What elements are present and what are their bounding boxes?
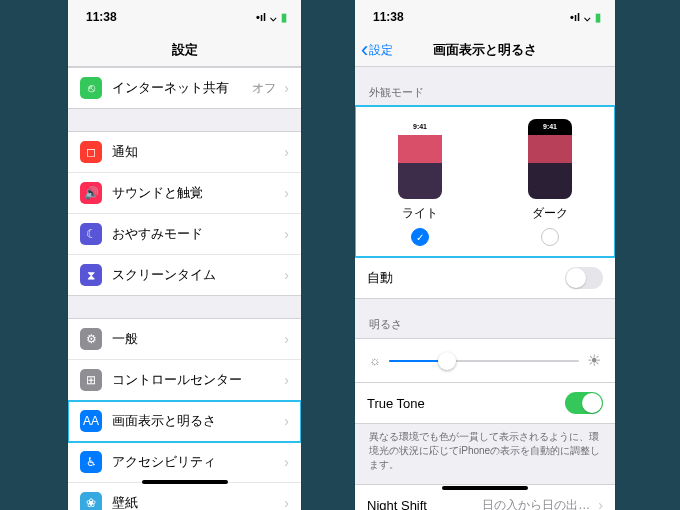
status-bar: 11:38 •ıl ⌵ ▮ [355, 0, 615, 34]
sun-high-icon: ☀ [587, 351, 601, 370]
battery-icon: ▮ [281, 11, 287, 24]
settings-row-sound[interactable]: 🔊サウンドと触覚› [68, 173, 301, 214]
nightshift-value: 日の入から日の出… [482, 497, 590, 511]
light-preview: 9:41 [398, 119, 442, 199]
back-button[interactable]: 設定 [361, 42, 393, 59]
chevron-right-icon: › [284, 495, 289, 510]
chevron-right-icon: › [284, 372, 289, 388]
brightness-slider[interactable] [389, 360, 579, 362]
settings-row-display[interactable]: AA画面表示と明るさ› [68, 401, 301, 442]
row-label: インターネット共有 [112, 79, 252, 97]
brightness-header: 明るさ [355, 299, 615, 338]
dark-label: ダーク [532, 205, 568, 222]
row-label: おやすみモード [112, 225, 280, 243]
appearance-selector: 9:41 ライト 9:41 ダーク [355, 106, 615, 257]
chevron-right-icon: › [598, 497, 603, 510]
screentime-icon: ⧗ [80, 264, 102, 286]
row-label: サウンドと触覚 [112, 184, 280, 202]
nightshift-label: Night Shift [367, 498, 482, 511]
row-label: 通知 [112, 143, 280, 161]
auto-row: 自動 [355, 258, 615, 298]
chevron-right-icon: › [284, 144, 289, 160]
chevron-right-icon: › [284, 185, 289, 201]
display-brightness-screen: 11:38 •ıl ⌵ ▮ 設定 画面表示と明るさ 外観モード 9:41 ライト… [355, 0, 615, 510]
auto-label: 自動 [367, 269, 565, 287]
chevron-right-icon: › [284, 413, 289, 429]
settings-row-link[interactable]: ⎋インターネット共有オフ› [68, 68, 301, 108]
truetone-toggle[interactable] [565, 392, 603, 414]
home-indicator [142, 480, 228, 484]
settings-row-control[interactable]: ⊞コントロールセンター› [68, 360, 301, 401]
auto-toggle[interactable] [565, 267, 603, 289]
settings-row-dnd[interactable]: ☾おやすみモード› [68, 214, 301, 255]
chevron-right-icon: › [284, 80, 289, 96]
appearance-light-option[interactable]: 9:41 ライト [398, 119, 442, 246]
sun-low-icon: ☼ [369, 353, 381, 368]
home-indicator [442, 486, 528, 490]
dark-radio[interactable] [541, 228, 559, 246]
nav-bar: 設定 [68, 34, 301, 67]
dnd-icon: ☾ [80, 223, 102, 245]
status-icons: •ıl ⌵ ▮ [256, 11, 287, 24]
wallpaper-icon: ❀ [80, 492, 102, 510]
row-label: スクリーンタイム [112, 266, 280, 284]
settings-row-general[interactable]: ⚙一般› [68, 319, 301, 360]
display-icon: AA [80, 410, 102, 432]
row-label: 画面表示と明るさ [112, 412, 280, 430]
settings-row-wallpaper[interactable]: ❀壁紙› [68, 483, 301, 510]
brightness-row: ☼ ☀ [355, 338, 615, 383]
truetone-description: 異なる環境でも色が一貫して表示されるように、環境光の状況に応じてiPhoneの表… [355, 424, 615, 484]
status-time: 11:38 [86, 10, 117, 24]
dark-preview: 9:41 [528, 119, 572, 199]
notify-icon: ◻ [80, 141, 102, 163]
status-bar: 11:38 •ıl ⌵ ▮ [68, 0, 301, 34]
row-value: オフ [252, 80, 276, 97]
page-title: 設定 [172, 41, 198, 59]
chevron-right-icon: › [284, 267, 289, 283]
status-icons: •ıl ⌵ ▮ [570, 11, 601, 24]
chevron-right-icon: › [284, 454, 289, 470]
row-label: アクセシビリティ [112, 453, 280, 471]
truetone-row: True Tone [355, 383, 615, 423]
truetone-label: True Tone [367, 396, 565, 411]
row-label: コントロールセンター [112, 371, 280, 389]
chevron-right-icon: › [284, 331, 289, 347]
row-label: 一般 [112, 330, 280, 348]
wifi-icon: ⌵ [270, 11, 277, 24]
signal-icon: •ıl [570, 11, 580, 23]
signal-icon: •ıl [256, 11, 266, 23]
chevron-right-icon: › [284, 226, 289, 242]
control-icon: ⊞ [80, 369, 102, 391]
sound-icon: 🔊 [80, 182, 102, 204]
link-icon: ⎋ [80, 77, 102, 99]
settings-list[interactable]: ⎋インターネット共有オフ›◻通知›🔊サウンドと触覚›☾おやすみモード›⧗スクリー… [68, 67, 301, 510]
appearance-header: 外観モード [355, 67, 615, 106]
battery-icon: ▮ [595, 11, 601, 24]
access-icon: ♿︎ [80, 451, 102, 473]
appearance-dark-option[interactable]: 9:41 ダーク [528, 119, 572, 246]
settings-row-notify[interactable]: ◻通知› [68, 132, 301, 173]
settings-screen: 11:38 •ıl ⌵ ▮ 設定 ⎋インターネット共有オフ›◻通知›🔊サウンドと… [68, 0, 301, 510]
general-icon: ⚙ [80, 328, 102, 350]
wifi-icon: ⌵ [584, 11, 591, 24]
light-label: ライト [402, 205, 438, 222]
light-radio[interactable] [411, 228, 429, 246]
nav-bar: 設定 画面表示と明るさ [355, 34, 615, 67]
settings-row-screentime[interactable]: ⧗スクリーンタイム› [68, 255, 301, 295]
settings-row-access[interactable]: ♿︎アクセシビリティ› [68, 442, 301, 483]
row-label: 壁紙 [112, 494, 280, 510]
page-title: 画面表示と明るさ [433, 41, 537, 59]
status-time: 11:38 [373, 10, 404, 24]
